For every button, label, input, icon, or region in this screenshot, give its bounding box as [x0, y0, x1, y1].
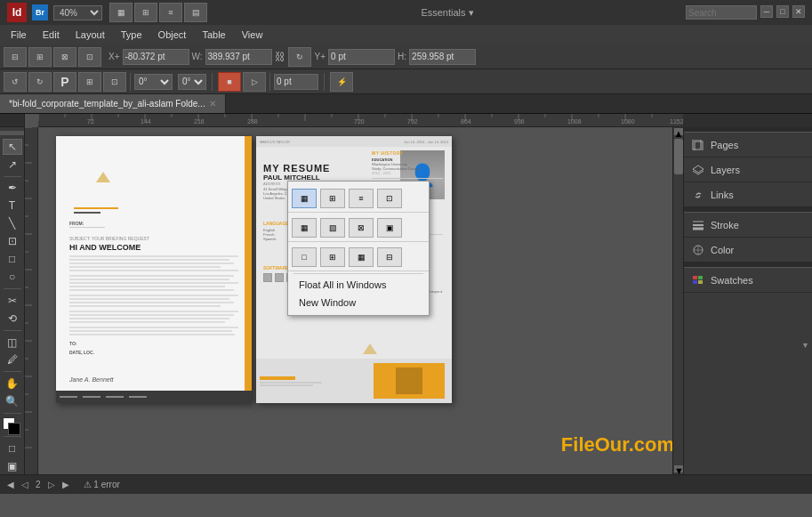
ruler-ticks-svg: 72 144 216 288 720 792 864 936 1008 1080…: [38, 114, 683, 127]
h-input[interactable]: [409, 49, 476, 65]
dd-icon-9[interactable]: □: [292, 247, 317, 267]
tool-gradient[interactable]: ◫: [3, 335, 22, 351]
dd-icon-8[interactable]: ▣: [377, 218, 402, 238]
angle-select[interactable]: 0°90°180°270°: [134, 74, 173, 90]
panel-scroll-down[interactable]: ▼: [801, 341, 809, 350]
nav-next[interactable]: ▶: [62, 480, 69, 489]
dd-icon-12[interactable]: ⊟: [377, 247, 402, 267]
panel-pages[interactable]: Pages: [684, 133, 812, 158]
tab-close-button[interactable]: ✕: [209, 99, 216, 109]
view-mode-1[interactable]: ▦: [109, 3, 133, 22]
dd-icon-4[interactable]: ⊡: [377, 189, 402, 208]
footer-line-3: [106, 396, 124, 398]
dropdown-new-window[interactable]: New Window: [288, 294, 429, 311]
panel-layers[interactable]: Layers: [684, 158, 812, 182]
tool-pen[interactable]: ✒: [3, 180, 22, 196]
to-label: TO:: [69, 341, 77, 346]
view-mode-4[interactable]: ▤: [184, 3, 207, 22]
tb-mode-2[interactable]: ⊞: [28, 47, 52, 67]
panel-swatches[interactable]: Swatches: [684, 268, 812, 293]
maximize-button[interactable]: □: [776, 5, 789, 18]
lightning-icon[interactable]: ⚡: [330, 72, 353, 92]
pt-input[interactable]: [274, 74, 318, 90]
menu-edit[interactable]: Edit: [36, 28, 67, 42]
t2-p-icon[interactable]: P: [53, 72, 76, 92]
stroke-swatch[interactable]: [8, 423, 20, 435]
nav-next-2[interactable]: ▷: [48, 480, 55, 489]
tool-rect[interactable]: □: [3, 251, 22, 267]
view-mode-2[interactable]: ⊞: [134, 3, 157, 22]
scrollbar-up[interactable]: ▲: [674, 128, 683, 135]
zoom-select[interactable]: 40% 50% 100%: [53, 5, 102, 20]
dd-icon-1[interactable]: ▦: [292, 189, 317, 208]
tb-mode-3[interactable]: ⊠: [53, 47, 76, 67]
x-input[interactable]: [123, 49, 189, 65]
menu-table[interactable]: Table: [195, 28, 232, 42]
menu-type[interactable]: Type: [114, 28, 149, 42]
ruler-corner: [0, 114, 25, 127]
svg-text:1080: 1080: [621, 118, 635, 125]
bridge-icon[interactable]: Br: [32, 4, 48, 20]
dd-icon-10[interactable]: ⊞: [320, 247, 345, 267]
t2-icon-2[interactable]: ↻: [28, 72, 52, 92]
t2-icon-4[interactable]: ⊞: [78, 72, 101, 92]
dd-icon-11[interactable]: ▦: [349, 247, 374, 267]
close-button[interactable]: ✕: [792, 5, 805, 18]
nav-prev-2[interactable]: ◁: [21, 480, 28, 489]
panel-color[interactable]: Color: [684, 238, 812, 263]
angle-select-2[interactable]: 0°: [178, 74, 206, 90]
tool-select[interactable]: ↖: [3, 139, 22, 155]
menu-view[interactable]: View: [235, 28, 270, 42]
minimize-button[interactable]: ─: [760, 5, 773, 18]
canvas-area[interactable]: FROM: HI AND WELCOME SUBJECT: YOUR BRIEF…: [38, 127, 683, 474]
dropdown-float-all[interactable]: Float All in Windows: [288, 276, 429, 294]
tool-preview[interactable]: ▣: [3, 458, 22, 474]
skill-icon-1: [263, 273, 272, 282]
dd-icon-5[interactable]: ▦: [292, 218, 317, 238]
panel-links[interactable]: Links: [684, 182, 812, 207]
tool-eyedropper[interactable]: 🖉: [3, 351, 22, 368]
links-icon: [691, 190, 705, 200]
w-input[interactable]: [205, 49, 272, 65]
workspace-selector[interactable]: Essentials ▾: [421, 7, 473, 19]
t2-icon-1[interactable]: ↺: [4, 72, 27, 92]
rotate-icon[interactable]: ↻: [288, 47, 311, 67]
dd-icon-2[interactable]: ⊞: [320, 189, 345, 208]
dd-icon-7[interactable]: ⊠: [349, 218, 374, 238]
tool-line[interactable]: ╲: [3, 215, 22, 231]
dd-icon-6[interactable]: ▧: [320, 218, 345, 238]
tool-normal[interactable]: □: [3, 440, 22, 456]
tool-free-transform[interactable]: ⟲: [3, 311, 22, 327]
signature: Jane A. Bennett: [69, 376, 114, 383]
tool-type[interactable]: T: [3, 198, 22, 214]
stroke-icon-1[interactable]: ■: [218, 72, 241, 92]
tool-scissors[interactable]: ✂: [3, 293, 22, 309]
menu-layout[interactable]: Layout: [68, 28, 112, 42]
dd-icon-3[interactable]: ≡: [349, 189, 374, 208]
tool-direct-select[interactable]: ↗: [3, 157, 22, 173]
document-tab[interactable]: *bi-fold_corporate_template_by_ali-aslam…: [0, 94, 226, 113]
menu-object[interactable]: Object: [151, 28, 194, 42]
tool-rect-frame[interactable]: ⊡: [3, 233, 22, 249]
fill-stroke-swatches[interactable]: [3, 417, 22, 433]
tool-zoom[interactable]: 🔍: [3, 393, 22, 409]
panel-stroke[interactable]: Stroke: [684, 213, 812, 238]
t2-icon-5[interactable]: ⊡: [103, 72, 126, 92]
view-mode-3[interactable]: ≡: [159, 3, 182, 22]
tb-mode-1[interactable]: ⊟: [4, 47, 27, 67]
tool-ellipse[interactable]: ○: [3, 269, 22, 285]
scrollbar-thumb[interactable]: [674, 139, 683, 174]
chain-icon[interactable]: ⛓: [275, 51, 285, 63]
svg-rect-69: [693, 280, 697, 284]
svg-text:792: 792: [407, 118, 418, 125]
tool-hand[interactable]: ✋: [3, 376, 22, 392]
svg-text:216: 216: [194, 118, 205, 125]
scrollbar-v[interactable]: ▲ ▼: [672, 127, 683, 474]
scrollbar-down[interactable]: ▼: [674, 465, 683, 473]
tb-mode-4[interactable]: ⊡: [78, 47, 101, 67]
nav-prev[interactable]: ◀: [7, 480, 14, 489]
y-input[interactable]: [328, 49, 395, 65]
menu-file[interactable]: File: [4, 28, 34, 42]
stroke-icon-2[interactable]: ▷: [243, 72, 266, 92]
search-input[interactable]: [686, 5, 757, 20]
